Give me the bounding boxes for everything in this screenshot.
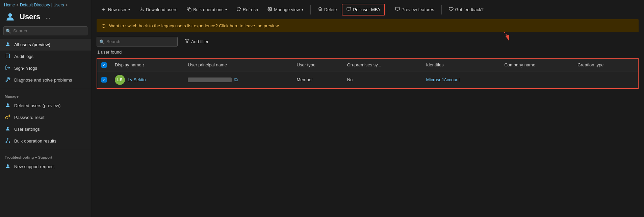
svg-point-12 bbox=[7, 164, 8, 166]
troubleshooting-section-label: Troubleshooting + Support bbox=[0, 151, 91, 161]
content-search-input[interactable] bbox=[97, 37, 178, 46]
sidebar-search-icon: 🔍 bbox=[6, 28, 11, 33]
download-users-label: Download users bbox=[146, 7, 177, 12]
svg-marker-19 bbox=[185, 39, 189, 43]
content-search-icon: 🔍 bbox=[99, 39, 105, 44]
identity-link[interactable]: MicrosoftAccount bbox=[426, 77, 460, 82]
copy-button[interactable]: ⧉ bbox=[234, 77, 238, 83]
breadcrumb-directory[interactable]: Default Directory | Users bbox=[20, 3, 64, 7]
svg-rect-17 bbox=[395, 7, 400, 10]
toolbar-separator-2 bbox=[388, 5, 388, 14]
table-header-identities[interactable]: Identities bbox=[422, 58, 500, 71]
page-header: Users ... bbox=[0, 9, 91, 26]
download-users-button[interactable]: Download users bbox=[135, 4, 182, 15]
sidebar-search-input[interactable] bbox=[3, 26, 87, 35]
svg-rect-14 bbox=[188, 8, 191, 11]
sidebar-item-deleted-users[interactable]: Deleted users (preview) bbox=[0, 100, 91, 112]
support-icon bbox=[5, 163, 11, 170]
sidebar-divider-troubleshooting bbox=[0, 149, 91, 149]
upn-blurred bbox=[188, 78, 232, 82]
sidebar-item-password-reset[interactable]: Password reset bbox=[0, 112, 91, 123]
row-identity[interactable]: MicrosoftAccount bbox=[422, 71, 500, 89]
delete-button[interactable]: Delete bbox=[313, 4, 341, 15]
user-count: 1 user found bbox=[97, 50, 639, 55]
gear-icon bbox=[267, 7, 272, 12]
filter-icon bbox=[185, 39, 189, 44]
toolbar: ＋ New user ▾ Download users Bulk operati… bbox=[91, 0, 644, 19]
breadcrumb-home[interactable]: Home bbox=[4, 3, 15, 7]
breadcrumb-sep2: > bbox=[66, 3, 68, 7]
trash-icon bbox=[318, 7, 323, 12]
manage-view-button[interactable]: Manage view ▾ bbox=[263, 4, 308, 15]
svg-point-10 bbox=[5, 142, 7, 143]
breadcrumb: Home > Default Directory | Users > bbox=[0, 0, 91, 9]
ellipsis-button[interactable]: ... bbox=[44, 13, 52, 21]
sidebar-item-label: Audit logs bbox=[14, 54, 33, 59]
chevron-down-icon: ▾ bbox=[225, 8, 227, 11]
sidebar-item-audit-logs[interactable]: Audit logs bbox=[0, 51, 91, 62]
key-icon bbox=[5, 114, 11, 121]
table-row[interactable]: ✓ LS Lv Sekito bbox=[97, 71, 638, 89]
table-header-upn[interactable]: User principal name bbox=[184, 58, 292, 71]
per-user-mfa-label: Per-user MFA bbox=[353, 7, 380, 12]
row-display-name[interactable]: LS Lv Sekito bbox=[111, 71, 184, 89]
user-name-link[interactable]: Lv Sekito bbox=[128, 77, 146, 82]
download-icon bbox=[139, 7, 144, 12]
wrench-icon bbox=[5, 77, 11, 83]
row-checkbox[interactable]: ✓ bbox=[97, 71, 111, 89]
sidebar-item-label: Sign-in logs bbox=[14, 66, 37, 71]
sidebar-item-new-support-request[interactable]: New support request bbox=[0, 161, 91, 173]
sidebar-item-label: User settings bbox=[14, 127, 40, 132]
chevron-down-icon: ▾ bbox=[128, 8, 130, 11]
users-table: ✓ Display name ↑ User principal name Use… bbox=[97, 58, 639, 89]
row-upn: ⧉ bbox=[184, 71, 292, 89]
row-on-premises: No bbox=[343, 71, 422, 89]
table-header-creation-type[interactable]: Creation type bbox=[573, 58, 638, 71]
refresh-label: Refresh bbox=[243, 7, 258, 12]
sidebar-item-all-users[interactable]: All users (preview) bbox=[0, 39, 91, 51]
content-search-container: 🔍 bbox=[97, 37, 178, 46]
svg-point-11 bbox=[9, 142, 10, 143]
bulk-operations-button[interactable]: Bulk operations ▾ bbox=[182, 4, 231, 15]
table-wrapper: ✓ Display name ↑ User principal name Use… bbox=[97, 58, 639, 89]
warning-text: Want to switch back to the legacy users … bbox=[109, 23, 280, 28]
svg-point-7 bbox=[7, 103, 8, 105]
delete-label: Delete bbox=[324, 7, 337, 12]
preview-features-label: Preview features bbox=[402, 7, 434, 12]
row-user-type: Member bbox=[293, 71, 343, 89]
sidebar-divider-manage bbox=[0, 88, 91, 88]
sidebar: Home > Default Directory | Users > Users… bbox=[0, 0, 91, 217]
add-filter-button[interactable]: Add filter bbox=[181, 36, 212, 47]
sidebar-item-user-settings[interactable]: User settings bbox=[0, 123, 91, 135]
table-header-user-type[interactable]: User type bbox=[293, 58, 343, 71]
preview-icon bbox=[395, 7, 400, 12]
table-header-company-name[interactable]: Company name bbox=[500, 58, 573, 71]
feedback-icon bbox=[449, 7, 454, 12]
sidebar-item-diagnose[interactable]: Diagnose and solve problems bbox=[0, 74, 91, 86]
page-title: Users bbox=[20, 12, 40, 21]
per-user-mfa-button[interactable]: Per-user MFA bbox=[342, 4, 385, 16]
table-header-display-name[interactable]: Display name ↑ bbox=[111, 58, 184, 71]
table-header-on-premises[interactable]: On-premises sy... bbox=[343, 58, 422, 71]
mfa-icon bbox=[346, 7, 351, 12]
breadcrumb-sep1: > bbox=[16, 3, 19, 7]
table-header-checkbox[interactable]: ✓ bbox=[97, 58, 111, 71]
sidebar-search-container: 🔍 bbox=[3, 26, 87, 35]
refresh-icon bbox=[236, 7, 241, 12]
sidebar-item-sign-in-logs[interactable]: Sign-in logs bbox=[0, 62, 91, 74]
got-feedback-button[interactable]: Got feedback? bbox=[444, 4, 488, 15]
sign-in-icon bbox=[5, 65, 11, 71]
new-user-button[interactable]: ＋ New user ▾ bbox=[97, 3, 134, 16]
refresh-button[interactable]: Refresh bbox=[232, 4, 263, 15]
warning-banner[interactable]: ⊙ Want to switch back to the legacy user… bbox=[97, 19, 639, 32]
main-content-area: ＋ New user ▾ Download users Bulk operati… bbox=[91, 0, 644, 217]
chevron-down-icon: ▾ bbox=[302, 8, 303, 11]
add-filter-label: Add filter bbox=[191, 39, 208, 44]
content-search-row: 🔍 Add filter bbox=[97, 36, 639, 47]
svg-rect-16 bbox=[347, 7, 351, 10]
sidebar-item-label: Deleted users (preview) bbox=[14, 103, 60, 108]
sidebar-item-bulk-operation-results[interactable]: Bulk operation results bbox=[0, 135, 91, 147]
preview-features-button[interactable]: Preview features bbox=[391, 4, 439, 15]
svg-point-15 bbox=[269, 8, 271, 10]
bulk-operations-label: Bulk operations bbox=[193, 7, 224, 12]
